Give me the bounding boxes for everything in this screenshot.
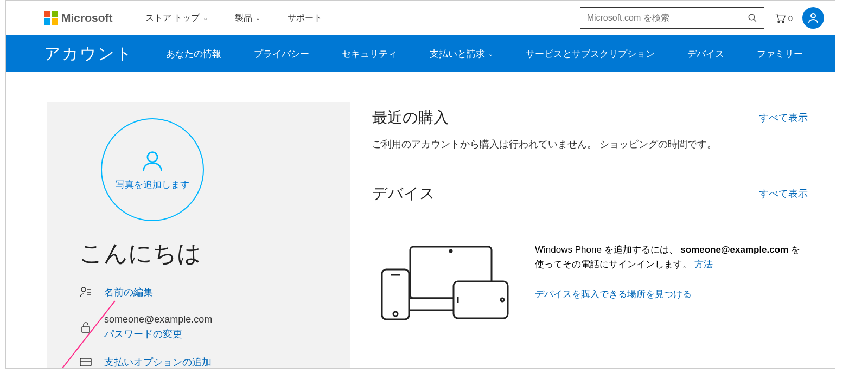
microsoft-logo[interactable]: Microsoft (44, 11, 113, 25)
svg-point-2 (778, 21, 780, 23)
nav-your-info[interactable]: あなたの情報 (166, 48, 221, 60)
nav-devices[interactable]: デバイス (687, 48, 724, 60)
microsoft-logo-text: Microsoft (61, 11, 113, 24)
add-payment-link[interactable]: 支払いオプションの追加 (104, 356, 212, 369)
microsoft-logo-icon (44, 11, 58, 25)
change-password-link[interactable]: パスワードの変更 (104, 327, 212, 340)
nav-products-label: 製品 (235, 12, 252, 24)
edit-name-row: 名前の編集 (79, 286, 318, 299)
password-row: someone@example.com パスワードの変更 (79, 314, 318, 340)
recent-purchases-body: ご利用のアカウントから購入は行われていません。 ショッピングの時間です。 (372, 138, 808, 151)
devices-text: Windows Phone を追加するには、 someone@example.c… (535, 242, 808, 324)
top-nav: ストア トップ ⌄ 製品 ⌄ サポート (145, 12, 322, 24)
divider (372, 226, 808, 226)
svg-point-4 (811, 14, 815, 18)
add-photo-button[interactable]: 写真を追加します (101, 118, 204, 221)
greeting-heading: こんにちは (79, 237, 318, 269)
nav-store-top[interactable]: ストア トップ ⌄ (145, 12, 208, 24)
recent-purchases-title: 最近の購入 (372, 107, 449, 128)
devices-see-all-link[interactable]: すべて表示 (759, 187, 808, 200)
account-nav: アカウント あなたの情報 プライバシー セキュリティ 支払いと請求 ⌄ サービス… (6, 35, 835, 72)
svg-point-0 (749, 14, 755, 20)
devices-section: デバイス すべて表示 (372, 183, 808, 324)
find-device-store-link[interactable]: デバイスを購入できる場所を見つける (535, 289, 692, 299)
purchases-see-all-link[interactable]: すべて表示 (759, 111, 808, 124)
svg-rect-18 (454, 281, 508, 318)
svg-rect-11 (80, 358, 91, 366)
nav-billing-label: 支払いと請求 (430, 48, 485, 60)
svg-point-14 (450, 250, 452, 252)
devices-illustration-icon (372, 242, 513, 324)
svg-point-6 (81, 287, 86, 292)
nav-family[interactable]: ファミリー (757, 48, 803, 60)
search-box[interactable] (580, 7, 764, 29)
recent-purchases-section: 最近の購入 すべて表示 ご利用のアカウントから購入は行われていません。 ショッピ… (372, 107, 808, 151)
devices-title: デバイス (372, 183, 435, 204)
svg-point-5 (148, 152, 157, 162)
account-nav-brand[interactable]: アカウント (44, 43, 133, 65)
person-icon (807, 11, 820, 24)
credit-card-icon (79, 356, 92, 369)
account-email: someone@example.com (104, 314, 212, 325)
nav-store-label: ストア トップ (145, 12, 200, 24)
howto-link[interactable]: 方法 (694, 259, 713, 269)
svg-point-3 (782, 21, 784, 23)
search-icon (748, 13, 757, 23)
cart-icon (774, 12, 786, 24)
nav-support[interactable]: サポート (288, 12, 322, 24)
chevron-down-icon: ⌄ (256, 15, 260, 22)
cart-button[interactable]: 0 (774, 12, 793, 24)
chevron-down-icon: ⌄ (203, 15, 208, 22)
search-input[interactable] (587, 13, 748, 23)
cart-count: 0 (788, 14, 793, 23)
chevron-down-icon: ⌄ (488, 50, 493, 57)
devices-text-prefix: Windows Phone を追加するには、 (535, 245, 678, 255)
nav-products[interactable]: 製品 ⌄ (235, 12, 260, 24)
account-avatar-button[interactable] (802, 7, 824, 29)
svg-rect-10 (82, 327, 90, 332)
top-header: Microsoft ストア トップ ⌄ 製品 ⌄ サポート (6, 1, 835, 35)
add-photo-label: 写真を追加します (116, 178, 189, 191)
nav-security[interactable]: セキュリティ (342, 48, 397, 60)
devices-text-email: someone@example.com (680, 245, 788, 255)
nav-support-label: サポート (288, 12, 322, 24)
person-outline-icon (141, 149, 164, 173)
nav-privacy[interactable]: プライバシー (254, 48, 309, 60)
svg-line-1 (754, 19, 756, 22)
nav-services[interactable]: サービスとサブスクリプション (526, 48, 655, 60)
nav-billing[interactable]: 支払いと請求 ⌄ (430, 48, 493, 60)
payment-row: 支払いオプションの追加 (79, 356, 318, 369)
main-content: 写真を追加します こんにちは 名前の編集 someone@example.com… (6, 72, 835, 369)
right-column: 最近の購入 すべて表示 ご利用のアカウントから購入は行われていません。 ショッピ… (372, 102, 808, 369)
edit-name-link[interactable]: 名前の編集 (104, 286, 153, 299)
person-list-icon (79, 286, 92, 299)
